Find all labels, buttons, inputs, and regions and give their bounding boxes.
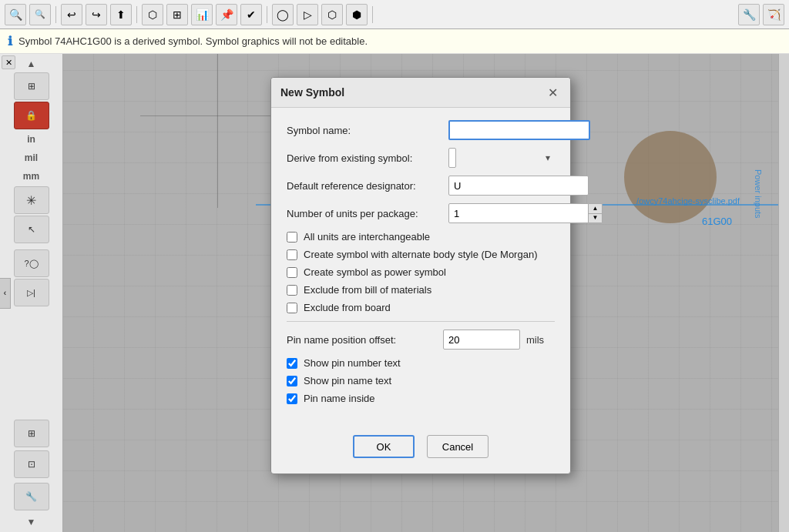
power-symbol-checkbox[interactable]	[287, 267, 297, 278]
divider	[287, 321, 555, 322]
checkboxes-group: All units are interchangeable Create sym…	[287, 231, 555, 313]
derive-from-row: Derive from existing symbol:	[287, 148, 555, 168]
poly-btn[interactable]: ⬡	[142, 4, 163, 25]
toolbar-sep-3	[267, 6, 267, 23]
symbol-name-input[interactable]	[448, 120, 590, 140]
zoom-out-btn[interactable]: 🔍	[29, 4, 51, 25]
ref-designator-input[interactable]	[448, 176, 589, 196]
symbol-name-label: Symbol name:	[287, 125, 448, 136]
power-symbol-label: Create symbol as power symbol	[304, 266, 446, 278]
ok-button[interactable]: OK	[353, 435, 415, 458]
derive-from-label: Derive from existing symbol:	[287, 152, 448, 164]
canvas-area: 61G00 /owcy74ahcige-sysclibe.pdf Power i…	[63, 54, 778, 532]
unit-mm-label[interactable]: mm	[23, 168, 39, 185]
right-panel	[778, 54, 789, 532]
units-per-package-label: Number of units per package:	[287, 208, 448, 219]
pin-checkbox-row-1: Show pin number text	[287, 357, 555, 369]
pin-name-inside-checkbox[interactable]	[287, 393, 297, 404]
unit-in-label[interactable]: in	[27, 131, 35, 148]
all-units-checkbox[interactable]	[287, 232, 297, 243]
units-per-package-input[interactable]	[448, 203, 589, 223]
exclude-board-checkbox[interactable]	[287, 303, 297, 313]
sidebar-sym-btn[interactable]: ▷|	[14, 279, 49, 306]
derive-from-wrapper	[448, 148, 555, 168]
units-per-package-row: Number of units per package: ▲ ▼	[287, 203, 555, 223]
up-btn[interactable]: ⬆	[110, 4, 132, 25]
checkbox-row-1: All units are interchangeable	[287, 231, 555, 243]
checkbox-row-2: Create symbol with alternate body style …	[287, 249, 555, 260]
dialog-buttons: OK Cancel	[271, 423, 570, 473]
cancel-button[interactable]: Cancel	[427, 435, 489, 458]
redo-btn[interactable]: ↪	[86, 4, 107, 25]
scroll-down[interactable]: ▼	[25, 515, 38, 529]
zoom-in-btn[interactable]: 🔍	[5, 4, 26, 25]
nav-btn[interactable]: 🏹	[763, 4, 784, 25]
sidebar-component-btn[interactable]: ⊡	[14, 450, 49, 478]
toolbar-sep-1	[55, 6, 56, 23]
left-sidebar: ▲ ⊞ 🔒 in mil mm ✳ ↖ ?◯ ▷| ⊞ ⊡ 🔧 ▼ ‹ ✕	[0, 54, 63, 532]
sidebar-star-btn[interactable]: ✳	[14, 186, 49, 214]
info-message: Symbol 74AHC1G00 is a derived symbol. Sy…	[18, 35, 368, 47]
info-bar: ℹ Symbol 74AHC1G00 is a derived symbol. …	[0, 29, 789, 54]
pin-checkbox-row-2: Show pin name text	[287, 375, 555, 386]
checkbox-row-4: Exclude from bill of materials	[287, 284, 555, 296]
new-symbol-dialog: New Symbol ✕ Symbol name: Derive from ex…	[270, 77, 571, 474]
dialog-close-button[interactable]: ✕	[544, 84, 561, 101]
sidebar-grid2-btn[interactable]: ⊞	[14, 420, 49, 447]
sidebar-collapse-btn[interactable]: ‹	[0, 278, 11, 309]
toolbar-sep-4	[372, 6, 373, 23]
alternate-body-label: Create symbol with alternate body style …	[304, 249, 537, 260]
show-pin-number-checkbox[interactable]	[287, 358, 297, 369]
sidebar-lock-btn[interactable]: 🔒	[14, 102, 49, 129]
info-icon: ℹ	[8, 34, 12, 49]
hex-btn[interactable]: ⬡	[321, 4, 343, 25]
derive-from-select[interactable]	[448, 148, 456, 168]
sidebar-arrow-btn[interactable]: ↖	[14, 216, 49, 243]
dialog-title-bar: New Symbol ✕	[271, 78, 570, 108]
undo-btn[interactable]: ↩	[61, 4, 82, 25]
checkbox-row-3: Create symbol as power symbol	[287, 266, 555, 278]
symbol-name-row: Symbol name:	[287, 120, 555, 140]
pin-offset-label: Pin name position offset:	[287, 334, 437, 346]
scroll-up[interactable]: ▲	[25, 57, 38, 71]
pin-offset-unit: mils	[526, 334, 544, 346]
units-spinner-wrapper: ▲ ▼	[448, 203, 603, 223]
toolbar-sep-2	[136, 6, 137, 23]
hex2-btn[interactable]: ⬢	[346, 4, 368, 25]
settings-btn[interactable]: 🔧	[738, 4, 760, 25]
pin-checkboxes-group: Show pin number text Show pin name text …	[287, 357, 555, 404]
checkbox-row-5: Exclude from board	[287, 302, 555, 313]
pin-checkbox-row-3: Pin name inside	[287, 393, 555, 404]
grid-btn[interactable]: ⊞	[166, 4, 188, 25]
units-spinner-up[interactable]: ▲	[589, 203, 603, 214]
top-toolbar: 🔍 🔍 ↩ ↪ ⬆ ⬡ ⊞ 📊 📌 ✔ ◯ ▷ ⬡ ⬢ 🔧 🏹	[0, 0, 789, 29]
sidebar-wrench-btn[interactable]: 🔧	[14, 483, 49, 510]
check-btn[interactable]: ✔	[240, 4, 262, 25]
ref-designator-row: Default reference designator:	[287, 176, 555, 196]
dialog-title: New Symbol	[280, 86, 344, 99]
units-spinner-down[interactable]: ▼	[589, 214, 603, 224]
chart-btn[interactable]: 📊	[191, 4, 213, 25]
pin-offset-input[interactable]	[443, 330, 520, 350]
sidebar-pin-query-btn[interactable]: ?◯	[14, 249, 49, 277]
arrow-btn[interactable]: ▷	[297, 4, 318, 25]
pin-btn[interactable]: 📌	[216, 4, 237, 25]
show-pin-name-label: Show pin name text	[304, 375, 391, 386]
ref-designator-label: Default reference designator:	[287, 180, 448, 192]
show-pin-name-checkbox[interactable]	[287, 376, 297, 386]
exclude-bom-label: Exclude from bill of materials	[304, 284, 431, 296]
pin-name-inside-label: Pin name inside	[304, 393, 375, 404]
dialog-body: Symbol name: Derive from existing symbol…	[271, 108, 570, 423]
circle-btn[interactable]: ◯	[272, 4, 294, 25]
units-spinner-btns: ▲ ▼	[589, 203, 603, 223]
alternate-body-checkbox[interactable]	[287, 249, 297, 260]
main-area: ▲ ⊞ 🔒 in mil mm ✳ ↖ ?◯ ▷| ⊞ ⊡ 🔧 ▼ ‹ ✕ 61…	[0, 54, 789, 532]
exclude-bom-checkbox[interactable]	[287, 285, 297, 296]
sidebar-close-btn[interactable]: ✕	[2, 55, 15, 69]
unit-mil-label[interactable]: mil	[25, 149, 38, 166]
pin-offset-row: Pin name position offset: mils	[287, 330, 555, 350]
show-pin-number-label: Show pin number text	[304, 357, 401, 369]
all-units-label: All units are interchangeable	[304, 231, 430, 243]
exclude-board-label: Exclude from board	[304, 302, 391, 313]
sidebar-grid-btn[interactable]: ⊞	[14, 72, 49, 100]
